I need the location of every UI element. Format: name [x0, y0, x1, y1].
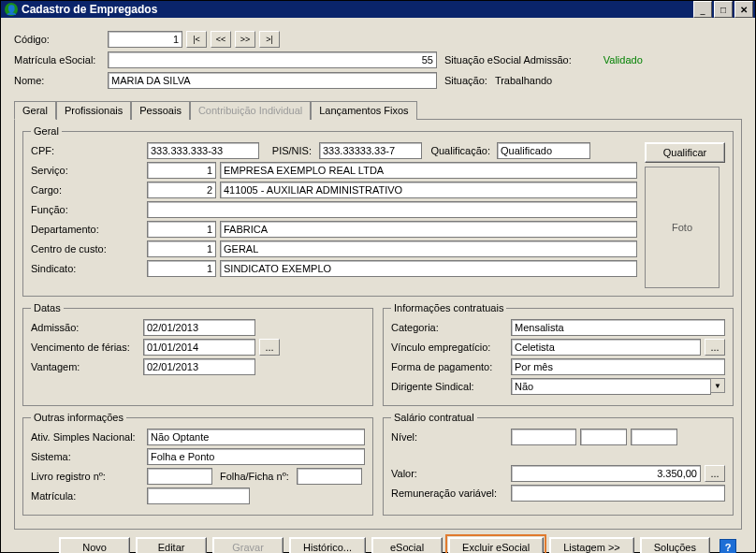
- admissao-input[interactable]: [143, 319, 255, 336]
- valor-label: Valor:: [391, 468, 507, 479]
- sindicato-code-input[interactable]: [147, 260, 216, 277]
- categoria-label: Categoria:: [391, 322, 507, 333]
- app-icon: 👤: [5, 3, 18, 16]
- cargo-code-input[interactable]: [147, 182, 216, 198]
- remun-variavel-input[interactable]: [511, 485, 725, 502]
- outras-info-fieldset: Outras informações Ativ. Simples Naciona…: [22, 412, 373, 516]
- vantagem-label: Vantagem:: [31, 361, 139, 372]
- maximize-button[interactable]: □: [714, 1, 733, 18]
- nivel-input-1[interactable]: [511, 429, 576, 445]
- datas-legend: Datas: [31, 302, 64, 313]
- sit-esocial-adm-label: Situação eSocial Admissão:: [444, 54, 572, 65]
- outras-info-legend: Outras informações: [31, 412, 126, 423]
- tab-pessoais[interactable]: Pessoais: [131, 101, 190, 120]
- pis-input[interactable]: [319, 142, 422, 159]
- matricula-input[interactable]: [147, 488, 250, 504]
- foto-box[interactable]: Foto: [645, 167, 720, 288]
- vencimento-ellipsis-button[interactable]: ...: [259, 339, 280, 356]
- nav-next-button[interactable]: >>: [235, 31, 255, 48]
- vantagem-input[interactable]: [143, 358, 255, 375]
- novo-button[interactable]: Novo: [59, 537, 130, 553]
- servico-label: Serviço:: [31, 165, 143, 176]
- livro-label: Livro registro nº:: [31, 471, 143, 482]
- chevron-down-icon[interactable]: ▼: [710, 378, 725, 393]
- forma-pgto-input[interactable]: [511, 358, 725, 375]
- matricula-esocial-input[interactable]: [108, 51, 437, 68]
- listagem-button[interactable]: Listagem >>: [549, 537, 634, 553]
- qualificar-button[interactable]: Qualificar: [645, 142, 725, 163]
- nav-first-button[interactable]: |<: [186, 31, 207, 48]
- sit-esocial-status: Validado: [603, 54, 643, 65]
- content-area: Código: |< << >> >| Matrícula eSocial: S…: [1, 18, 755, 553]
- qualificacao-label: Qualificação:: [426, 145, 493, 156]
- forma-pgto-label: Forma de pagamento:: [391, 361, 507, 372]
- codigo-input[interactable]: [108, 31, 182, 48]
- qualificacao-input[interactable]: [497, 142, 590, 159]
- cpf-label: CPF:: [31, 145, 143, 156]
- centro-code-input[interactable]: [147, 240, 216, 257]
- matricula-label: Matrícula:: [31, 490, 143, 502]
- nivel-label: Nível:: [391, 431, 507, 443]
- tab-panel-geral: Geral CPF: PIS/NIS: Qualificação: Serviç: [14, 119, 742, 530]
- funcao-label: Função:: [31, 204, 143, 215]
- titlebar: 👤 Cadastro de Empregados _ □ ✕: [1, 1, 755, 18]
- nivel-input-2[interactable]: [580, 429, 627, 445]
- geral-fieldset: Geral CPF: PIS/NIS: Qualificação: Serviç: [22, 125, 734, 297]
- foto-label: Foto: [672, 222, 692, 233]
- tab-lancamentos[interactable]: Lançamentos Fixos: [311, 101, 416, 120]
- nome-input[interactable]: [108, 72, 437, 89]
- datas-fieldset: Datas Admissão: Vencimento de férias: ..…: [22, 302, 373, 406]
- nav-prev-button[interactable]: <<: [211, 31, 231, 48]
- vencimento-input[interactable]: [143, 339, 255, 356]
- nav-last-button[interactable]: >|: [259, 31, 280, 48]
- servico-value-input[interactable]: [220, 162, 637, 179]
- dirigente-label: Dirigente Sindical:: [391, 381, 507, 392]
- tab-strip: Geral Profissionais Pessoais Contribuiçã…: [14, 100, 742, 119]
- excluir-esocial-button[interactable]: Excluir eSocial: [448, 537, 544, 553]
- salario-legend: Salário contratual: [391, 412, 477, 423]
- codigo-label: Código:: [14, 34, 104, 45]
- funcao-input[interactable]: [147, 201, 637, 218]
- admissao-label: Admissão:: [31, 322, 139, 333]
- editar-button[interactable]: Editar: [136, 537, 207, 553]
- situacao-label: Situação:: [444, 75, 487, 86]
- vinculo-ellipsis-button[interactable]: ...: [705, 339, 725, 356]
- tab-geral[interactable]: Geral: [14, 101, 56, 120]
- centro-value-input[interactable]: [220, 240, 637, 257]
- sistema-label: Sistema:: [31, 451, 143, 462]
- minimize-button[interactable]: _: [693, 1, 712, 18]
- pis-label: PIS/NIS:: [263, 145, 315, 156]
- geral-legend: Geral: [31, 125, 62, 137]
- folha-input[interactable]: [297, 468, 362, 485]
- remun-variavel-label: Remuneração variável:: [391, 488, 507, 499]
- valor-input[interactable]: [511, 465, 701, 482]
- info-contratuais-fieldset: Informações contratuais Categoria: Víncu…: [383, 302, 734, 406]
- dirigente-select[interactable]: [511, 378, 711, 395]
- departamento-label: Departamento:: [31, 224, 143, 235]
- sistema-input[interactable]: [147, 448, 365, 465]
- servico-code-input[interactable]: [147, 162, 216, 179]
- historico-button[interactable]: Histórico...: [289, 537, 366, 553]
- folha-label: Folha/Ficha nº:: [216, 471, 293, 482]
- ativ-simples-input[interactable]: [147, 429, 365, 445]
- sindicato-value-input[interactable]: [220, 260, 637, 277]
- categoria-input[interactable]: [511, 319, 725, 336]
- situacao-value: Trabalhando: [495, 75, 552, 86]
- esocial-button[interactable]: eSocial: [371, 537, 443, 553]
- departamento-code-input[interactable]: [147, 221, 216, 238]
- window-title: Cadastro de Empregados: [22, 3, 691, 16]
- solucoes-button[interactable]: Soluções: [640, 537, 710, 553]
- vinculo-input[interactable]: [511, 339, 701, 356]
- tab-contribuicao: Contribuição Individual: [190, 101, 311, 120]
- tab-profissionais[interactable]: Profissionais: [56, 101, 131, 120]
- departamento-value-input[interactable]: [220, 221, 637, 238]
- centro-label: Centro de custo:: [31, 243, 143, 255]
- help-icon[interactable]: ?: [720, 539, 736, 553]
- cargo-value-input[interactable]: [220, 182, 637, 198]
- valor-ellipsis-button[interactable]: ...: [705, 465, 725, 482]
- close-button[interactable]: ✕: [734, 1, 753, 18]
- matricula-esocial-label: Matrícula eSocial:: [14, 54, 104, 65]
- cpf-input[interactable]: [147, 142, 259, 159]
- nivel-input-3[interactable]: [631, 429, 677, 445]
- livro-input[interactable]: [147, 468, 212, 485]
